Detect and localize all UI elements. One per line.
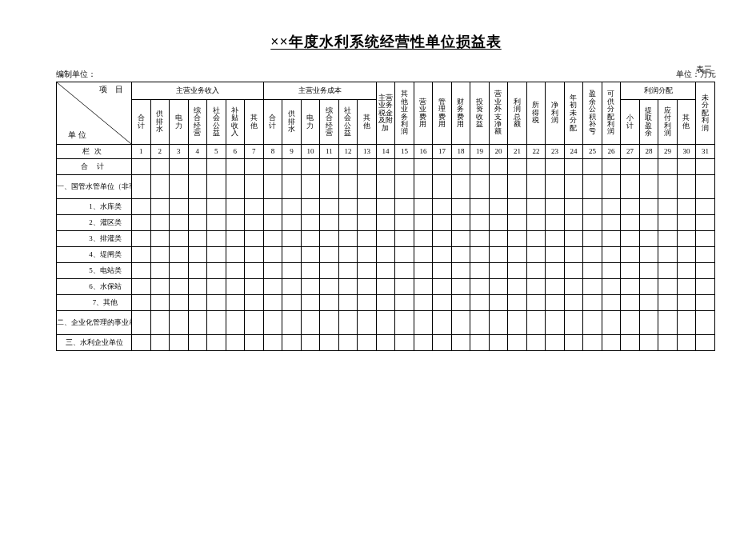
table-number: 表三 <box>696 64 712 75</box>
data-cell <box>338 311 358 335</box>
data-cell <box>639 295 658 311</box>
data-cell <box>602 279 621 295</box>
data-cell <box>564 311 583 335</box>
data-cell <box>546 231 565 247</box>
row-label: 7、其他 <box>57 295 132 311</box>
data-cell <box>245 159 264 175</box>
data-cell <box>132 215 151 231</box>
data-cell <box>282 199 302 215</box>
data-cell <box>170 311 189 335</box>
data-cell <box>320 215 339 231</box>
data-cell <box>433 263 452 279</box>
data-cell <box>564 199 583 215</box>
data-cell <box>658 311 678 335</box>
data-cell <box>489 247 508 263</box>
data-cell <box>395 159 414 175</box>
data-cell <box>320 247 339 263</box>
row-label: 三、水利企业单位 <box>57 335 132 351</box>
data-cell <box>583 311 602 335</box>
data-cell <box>433 247 452 263</box>
data-cell <box>677 175 696 199</box>
data-cell <box>170 231 189 247</box>
column-number-row: 栏次 1234567891011121314151617181920212223… <box>57 145 715 159</box>
col-header: 净 利 润 <box>546 82 565 145</box>
col-header: 管 理 费 用 <box>433 82 452 145</box>
data-cell <box>376 175 395 199</box>
data-cell <box>696 263 715 279</box>
data-cell <box>677 247 696 263</box>
data-cell <box>207 311 226 335</box>
col-header: 综 合 经 营 <box>188 100 207 145</box>
data-cell <box>338 159 358 175</box>
data-cell <box>170 279 189 295</box>
col-header: 年 初 未 分 配 <box>564 82 583 145</box>
data-cell <box>358 279 377 295</box>
data-cell <box>263 175 282 199</box>
data-cell <box>658 215 678 231</box>
data-cell <box>621 247 640 263</box>
data-cell <box>395 279 414 295</box>
data-cell <box>470 231 490 247</box>
data-cell <box>508 263 527 279</box>
data-cell <box>489 263 508 279</box>
data-cell <box>546 279 565 295</box>
data-cell <box>188 335 207 351</box>
data-cell <box>433 199 452 215</box>
data-cell <box>414 231 433 247</box>
data-cell <box>188 295 207 311</box>
table-row: 二、企业化管理的事业单位 <box>57 311 715 335</box>
data-cell <box>188 199 207 215</box>
data-cell <box>245 247 264 263</box>
data-cell <box>546 247 565 263</box>
data-cell <box>526 295 546 311</box>
data-cell <box>433 231 452 247</box>
data-cell <box>301 231 320 247</box>
data-cell <box>263 247 282 263</box>
table-body: 合 计一、国管水管单位（非事业化）1、水库类2、灌区类3、排灌类4、堤闸类5、电… <box>57 159 715 351</box>
profit-loss-table: 项 目 单 位 主营业务收入 主营业务成本 主营 业务 税金 及附 加 其 他 … <box>56 82 715 351</box>
data-cell <box>282 279 302 295</box>
data-cell <box>301 175 320 199</box>
data-cell <box>489 159 508 175</box>
data-cell <box>226 335 245 351</box>
data-cell <box>376 215 395 231</box>
data-cell <box>282 159 302 175</box>
col-header: 供 排 水 <box>150 100 170 145</box>
column-number: 17 <box>433 145 452 159</box>
col-header: 综 合 经 营 <box>320 100 339 145</box>
data-cell <box>639 199 658 215</box>
data-cell <box>489 279 508 295</box>
data-cell <box>320 279 339 295</box>
header-group-row: 项 目 单 位 主营业务收入 主营业务成本 主营 业务 税金 及附 加 其 他 … <box>57 82 715 100</box>
data-cell <box>188 215 207 231</box>
data-cell <box>470 199 490 215</box>
col-header: 补 贴 收 入 <box>226 100 245 145</box>
data-cell <box>621 279 640 295</box>
col-header: 营 业 外 支 净 额 <box>489 82 508 145</box>
data-cell <box>301 263 320 279</box>
data-cell <box>245 175 264 199</box>
row-label: 合 计 <box>57 159 132 175</box>
col-header: 应 付 利 润 <box>658 100 678 145</box>
data-cell <box>414 215 433 231</box>
col-header: 投 资 收 益 <box>470 82 490 145</box>
table-row: 3、排灌类 <box>57 231 715 247</box>
data-cell <box>170 175 189 199</box>
data-cell <box>658 263 678 279</box>
data-cell <box>376 335 395 351</box>
row-label: 二、企业化管理的事业单位 <box>57 311 132 335</box>
data-cell <box>263 295 282 311</box>
data-cell <box>621 215 640 231</box>
data-cell <box>395 263 414 279</box>
data-cell <box>677 199 696 215</box>
data-cell <box>564 231 583 247</box>
data-cell <box>132 311 151 335</box>
table-row: 7、其他 <box>57 295 715 311</box>
data-cell <box>320 159 339 175</box>
column-number: 3 <box>170 145 189 159</box>
row-label: 3、排灌类 <box>57 231 132 247</box>
data-cell <box>170 335 189 351</box>
table-row: 6、水保站 <box>57 279 715 295</box>
data-cell <box>301 295 320 311</box>
table-row: 1、水库类 <box>57 199 715 215</box>
